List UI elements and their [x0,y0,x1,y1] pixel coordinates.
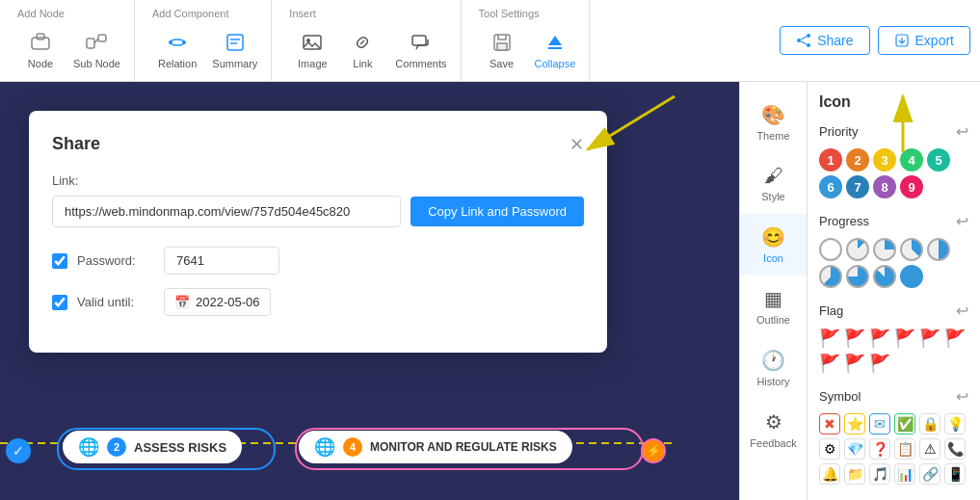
flag-darkblue[interactable]: 🚩 [819,353,840,374]
share-button[interactable]: Share [780,26,869,55]
flag-cyan[interactable]: 🚩 [919,328,940,349]
flag-pink[interactable]: 🚩 [869,353,890,374]
symbol-warning[interactable]: ⚠ [919,438,940,460]
flag-orange[interactable]: 🚩 [844,328,865,349]
toolbar-node-label: Node [28,58,53,69]
node-assess-risks[interactable]: 🌐 2 ASSESS RISKS [63,431,242,463]
dialog-title: Share [52,134,100,154]
icon-nav-icon: 😊 [761,225,785,249]
node-assess-globe-icon: 🌐 [78,436,99,458]
toolbar-item-sub-node[interactable]: Sub Node [67,25,126,73]
priority-reset[interactable]: ↩ [956,122,968,141]
toolbar-summary-label: Summary [212,58,257,69]
flag-red[interactable]: 🚩 [819,328,840,349]
flag-blue[interactable]: 🚩 [944,328,966,349]
sidebar-nav-feedback[interactable]: ⚙ Feedback [740,399,807,461]
toolbar-group-tool-settings-label: Tool Settings [479,8,540,19]
toolbar-item-node[interactable]: Node [17,25,64,73]
progress-50[interactable] [927,238,950,261]
symbol-diamond[interactable]: 💎 [844,438,865,460]
valid-until-row: Valid until: 📅 2022-05-06 [52,288,584,316]
symbol-clipboard[interactable]: 📋 [894,438,915,460]
symbol-x[interactable]: ✖ [819,413,840,434]
symbol-mail[interactable]: ✉ [869,413,890,434]
sidebar-nav-icon[interactable]: 😊 Icon [740,214,807,276]
progress-62[interactable] [819,265,842,288]
feedback-icon: ⚙ [765,410,782,434]
node-monitor-risks[interactable]: 🌐 4 MONITOR AND REGULATE RISKS [299,431,572,463]
flag-reset[interactable]: ↩ [956,302,968,320]
node-monitor-label: MONITOR AND REGULATE RISKS [370,440,557,454]
priority-2[interactable]: 2 [846,148,869,171]
password-input[interactable] [164,247,279,275]
symbol-star[interactable]: ⭐ [844,413,865,434]
date-input-box[interactable]: 📅 2022-05-06 [164,288,271,316]
flag-green[interactable]: 🚩 [894,328,915,349]
toolbar-item-link[interactable]: Link [339,25,385,73]
progress-grid [819,238,968,288]
priority-1[interactable]: 1 [819,148,842,171]
progress-reset[interactable]: ↩ [956,212,968,230]
progress-37[interactable] [900,238,923,261]
sidebar-nav-style[interactable]: 🖌 Style [740,153,807,214]
flag-grid: 🚩 🚩 🚩 🚩 🚩 🚩 🚩 🚩 🚩 [819,328,968,374]
symbol-mobile[interactable]: 📱 [944,463,966,485]
symbol-reset[interactable]: ↩ [956,387,968,406]
symbol-question[interactable]: ❓ [869,438,890,460]
toolbar-item-comments[interactable]: Comments [389,25,452,73]
svg-point-17 [807,34,810,38]
priority-6[interactable]: 6 [819,175,842,198]
sidebar-nav-outline[interactable]: ▦ Outline [740,276,807,337]
link-input[interactable] [52,196,401,227]
symbol-bulb[interactable]: 💡 [944,413,966,434]
copy-link-button[interactable]: Copy Link and Password [411,197,584,226]
history-icon: 🕐 [761,349,785,372]
progress-87[interactable] [873,265,896,288]
style-icon: 🖌 [764,165,783,187]
password-row: Password: [52,247,584,275]
flag-purple[interactable]: 🚩 [844,353,865,374]
svg-rect-12 [412,36,426,45]
toolbar-group-tool-settings: Tool Settings Save Collapse [471,0,591,81]
symbol-lock[interactable]: 🔒 [919,413,940,434]
sidebar-nav-theme[interactable]: 🎨 Theme [740,92,807,153]
toolbar-item-image[interactable]: Image [289,25,335,73]
toolbar-item-relation[interactable]: Relation [152,25,202,73]
flag-yellow[interactable]: 🚩 [869,328,890,349]
symbol-link[interactable]: 🔗 [919,463,940,485]
symbol-bell[interactable]: 🔔 [819,463,840,485]
priority-9[interactable]: 9 [900,175,923,198]
valid-until-checkbox[interactable] [52,295,67,310]
toolbar-link-label: Link [353,58,372,69]
flag-label: Flag [819,303,843,318]
dialog-header: Share ✕ [52,134,584,154]
progress-12[interactable] [846,238,869,261]
node-assess-num: 2 [107,437,126,457]
toolbar-comments-label: Comments [395,58,446,69]
export-button-label: Export [915,33,954,48]
progress-75[interactable] [846,265,869,288]
export-button[interactable]: Export [878,26,970,55]
priority-7[interactable]: 7 [846,175,869,198]
progress-0[interactable] [819,238,842,261]
symbol-phone[interactable]: 📞 [944,438,966,460]
toolbar-item-summary[interactable]: Summary [206,25,263,73]
svg-point-5 [169,40,172,44]
toolbar-add-component-items: Relation Summary [152,25,263,73]
symbol-grid: ✖ ⭐ ✉ ✅ 🔒 💡 ⚙ 💎 ❓ 📋 ⚠ 📞 🔔 📁 🎵 📊 🔗 📱 [819,413,968,485]
toolbar-item-save[interactable]: Save [479,25,525,73]
symbol-folder[interactable]: 📁 [844,463,865,485]
sidebar-nav-outline-label: Outline [756,314,790,326]
toolbar: Add Node Node Sub Node Add Component [0,0,980,82]
symbol-check[interactable]: ✅ [894,413,915,434]
priority-8[interactable]: 8 [873,175,896,198]
password-checkbox[interactable] [52,253,67,269]
symbol-music[interactable]: 🎵 [869,463,890,485]
progress-25[interactable] [873,238,896,261]
sidebar-nav-history[interactable]: 🕐 History [740,337,807,399]
toolbar-item-collapse[interactable]: Collapse [529,25,582,73]
symbol-chart[interactable]: 📊 [894,463,915,485]
symbol-gear[interactable]: ⚙ [819,438,840,460]
sidebar-nav-history-label: History [756,376,789,387]
progress-100[interactable] [900,265,923,288]
